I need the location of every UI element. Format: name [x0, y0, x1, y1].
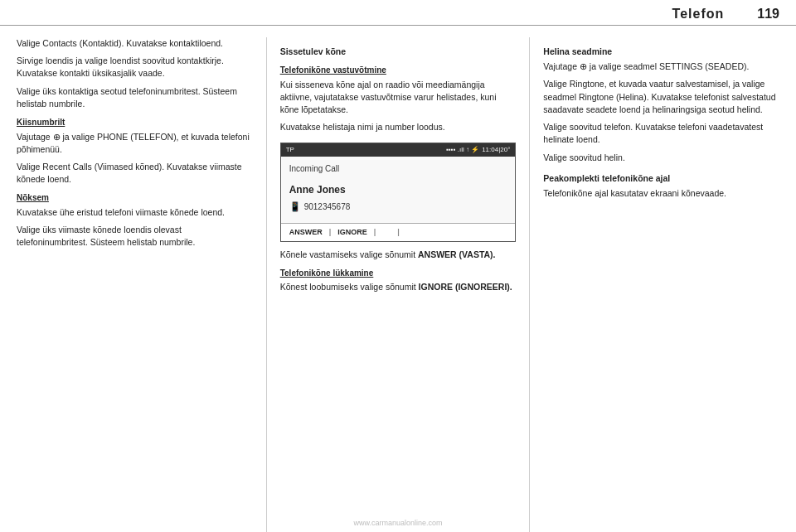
right-column: Helina seadmine Vajutage ⊕ ja valige sea…	[530, 37, 796, 532]
action-sep-2: |	[374, 227, 376, 238]
left-para-1: Valige Contacts (Kontaktid). Kuvatakse k…	[17, 37, 253, 50]
action-placeholder-2	[403, 227, 418, 238]
right-para-5: Telefonikõne ajal kasutatav ekraani kõne…	[543, 187, 779, 200]
page-number: 119	[757, 7, 779, 22]
subheading-noksem: Nõksem	[17, 192, 253, 205]
left-last-para: Valige üks viimaste kõnede loendis oleva…	[17, 224, 253, 249]
subheading-kiisnumbrilt: Kiisnumbrilt	[17, 117, 253, 129]
page-header: Telefon 119	[0, 0, 796, 26]
right-para-2: Valige Ringtone, et kuvada vaatur salves…	[543, 78, 779, 116]
phone-screen-mockup: TP ▪▪▪▪ .ıll ↑ ⚡ 11:04|20° Incoming Call…	[280, 143, 517, 242]
mid-answer-label: Kõnele vastamiseks valige sõnumit ANSWER…	[280, 249, 517, 261]
phone-signal-icons: ▪▪▪▪ .ıll ↑ ⚡	[446, 145, 479, 155]
ignore-text: IGNORE (IGNOREERI).	[419, 282, 512, 292]
incoming-call-label: Incoming Call	[289, 163, 507, 176]
mobile-icon: 📱	[289, 201, 301, 214]
right-para-1: Vajutage ⊕ ja valige seadmel SETTINGS (S…	[543, 60, 779, 73]
mid-subheading-1: Telefonikõne vastuvõtmine	[280, 65, 517, 77]
noksem-para: Kuvatakse ühe eristud telefoni viimaste …	[17, 206, 253, 219]
phone-status-tp: TP	[286, 145, 294, 155]
phone-number: 9012345678	[304, 201, 351, 214]
mid-subheading-2: Telefonikõne lükkamine	[280, 268, 517, 280]
main-content: Valige Contacts (Kontaktid). Kuvatakse k…	[0, 26, 796, 532]
left-para-2: Sirvige loendis ja valige loendist soovi…	[17, 55, 253, 80]
left-text-1: Valige Contacts (Kontaktid). Kuvatakse k…	[17, 38, 223, 48]
left-column: Valige Contacts (Kontaktid). Kuvatakse k…	[0, 37, 267, 532]
mid-ignore-label: Kõnest loobumiseks valige sõnumit IGNORE…	[280, 281, 517, 293]
footer-text: www.carmanualonline.com	[353, 519, 442, 527]
left-para-3: Valige üks kontaktiga seotud telefoninum…	[17, 85, 253, 110]
phone-action-bar: ANSWER | IGNORE | |	[281, 223, 516, 241]
kiisnumbrilt-para-2: Valige Recent Calls (Viimased kõned). Ku…	[17, 161, 253, 186]
contact-name: Anne Jones	[289, 183, 507, 197]
chapter-title: Telefon	[672, 7, 725, 22]
phone-status-right: ▪▪▪▪ .ıll ↑ ⚡ 11:04|20°	[446, 145, 510, 155]
right-para-4: Valige soovitud helin.	[543, 152, 779, 164]
phone-status-bar: TP ▪▪▪▪ .ıll ↑ ⚡ 11:04|20°	[281, 143, 516, 157]
answer-button[interactable]: ANSWER	[286, 227, 326, 238]
right-section-heading-2: Peakomplekti telefonikõne ajal	[543, 172, 779, 185]
right-section-heading-1: Helina seadmine	[543, 46, 779, 58]
phone-time: 11:04|20°	[482, 145, 510, 155]
kiisnumbrilt-para-1: Vajutage ⊕ ja valige PHONE (TELEFON), et…	[17, 131, 253, 156]
answer-text: ANSWER (VASTA).	[418, 249, 496, 259]
footer-watermark: www.carmanualonline.com	[353, 519, 442, 527]
phone-body: Incoming Call Anne Jones 📱 9012345678	[281, 157, 516, 223]
mid-column: Sissetulev kõne Telefonikõne vastuvõtmin…	[267, 37, 531, 532]
ignore-button[interactable]: IGNORE	[334, 227, 371, 238]
action-placeholder-1	[379, 227, 394, 238]
right-para-3: Valige soovitud telefon. Kuvatakse telef…	[543, 121, 779, 146]
action-sep-3: |	[397, 227, 400, 238]
phone-number-row: 📱 9012345678	[289, 201, 507, 214]
action-sep-1: |	[329, 227, 332, 238]
mid-para-1: Kui sisseneva kõne ajal on raadio või me…	[280, 79, 517, 117]
page-container: Telefon 119 Valige Contacts (Kontaktid).…	[0, 0, 796, 532]
mid-section-heading-1: Sissetulev kõne	[280, 46, 517, 58]
mid-para-2: Kuvatakse helistaja nimi ja number loodu…	[280, 121, 517, 133]
